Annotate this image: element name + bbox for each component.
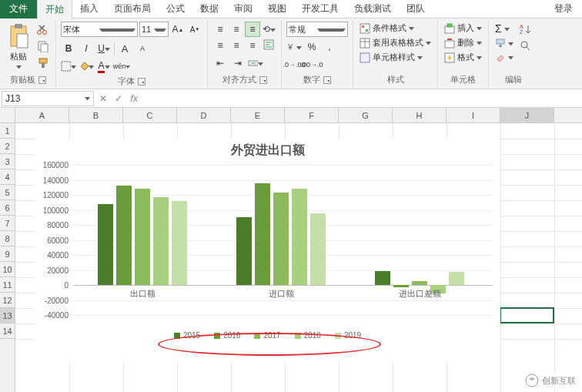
tab-load[interactable]: 负载测试 — [346, 0, 399, 18]
svg-rect-19 — [360, 53, 370, 62]
orientation-button[interactable]: ⟲ — [261, 22, 276, 37]
row-header-3[interactable]: 3 — [0, 154, 15, 169]
bold-button[interactable]: B — [61, 41, 76, 56]
decrease-font2-button[interactable]: A — [135, 41, 150, 56]
col-header-H[interactable]: H — [393, 108, 447, 122]
category-label: 进口额 — [269, 288, 294, 300]
row-header-9[interactable]: 9 — [0, 246, 15, 262]
comma-button[interactable]: , — [322, 39, 337, 55]
col-header-E[interactable]: E — [231, 108, 285, 122]
merge-button[interactable] — [248, 55, 263, 71]
row-header-4[interactable]: 4 — [0, 169, 15, 185]
indent-decrease[interactable]: ⇤ — [212, 55, 228, 71]
col-header-J[interactable]: J — [500, 108, 554, 122]
percent-button[interactable]: % — [304, 39, 319, 55]
expand-icon[interactable] — [259, 76, 267, 84]
col-header-B[interactable]: B — [69, 108, 123, 122]
align-bottom-right[interactable]: ≡ — [245, 38, 260, 53]
tab-layout[interactable]: 页面布局 — [106, 0, 159, 18]
tab-insert[interactable]: 插入 — [72, 0, 106, 18]
border-button[interactable] — [61, 59, 76, 74]
underline-button[interactable]: U — [96, 41, 112, 56]
expand-icon[interactable] — [38, 76, 46, 84]
name-box[interactable]: J13 — [2, 91, 94, 106]
tab-file[interactable]: 文件 — [0, 0, 37, 18]
format-cell-button[interactable]: 格式 — [443, 51, 483, 64]
row-header-11[interactable]: 11 — [0, 277, 15, 293]
y-tick: 60000 — [47, 236, 69, 244]
align-bottom-left[interactable]: ≡ — [212, 38, 228, 53]
decrease-decimal[interactable]: .00→.0 — [304, 57, 319, 72]
tab-view[interactable]: 视图 — [260, 0, 294, 18]
align-top-center[interactable]: ≡ — [229, 22, 244, 37]
cond-format-button[interactable]: 条件格式 — [358, 22, 433, 35]
align-bottom-center[interactable]: ≡ — [229, 38, 244, 53]
row-header-12[interactable]: 12 — [0, 293, 15, 308]
paste-button[interactable]: 粘贴 — [5, 22, 32, 71]
increase-font2-button[interactable]: A — [117, 41, 132, 56]
cut-button[interactable] — [35, 22, 51, 37]
fill-button[interactable] — [493, 37, 515, 49]
align-top-right[interactable]: ≡ — [245, 22, 260, 37]
sort-filter-button[interactable]: AZ — [518, 22, 534, 37]
tab-review[interactable]: 审阅 — [226, 0, 260, 18]
delete-cell-button[interactable]: 删除 — [443, 36, 483, 49]
fill-color-button[interactable] — [79, 59, 94, 74]
format-painter-button[interactable] — [35, 55, 51, 71]
col-header-D[interactable]: D — [177, 108, 231, 122]
row-header-13[interactable]: 13 — [0, 308, 15, 323]
row-header-1[interactable]: 1 — [0, 123, 15, 139]
y-tick: -40000 — [45, 311, 69, 320]
expand-icon[interactable] — [323, 76, 331, 84]
expand-icon[interactable] — [138, 78, 146, 85]
row-header-5[interactable]: 5 — [0, 185, 15, 200]
login-link[interactable]: 登录 — [545, 0, 582, 18]
chart[interactable]: 外贸进出口额-40000-200000200004000060000800001… — [35, 139, 500, 362]
row-header-7[interactable]: 7 — [0, 216, 15, 231]
tab-dev[interactable]: 开发工具 — [294, 0, 346, 18]
row-header-6[interactable]: 6 — [0, 200, 15, 216]
selected-cell[interactable] — [500, 307, 554, 323]
cells-area[interactable]: 外贸进出口额-40000-200000200004000060000800001… — [15, 123, 582, 392]
font-size-combo[interactable]: 11 — [139, 22, 169, 37]
insert-cell-button[interactable]: 插入 — [443, 22, 483, 35]
italic-button[interactable]: I — [79, 41, 94, 56]
cell-styles-button[interactable]: 单元格样式 — [358, 51, 433, 64]
row-header-10[interactable]: 10 — [0, 262, 15, 277]
select-all-corner[interactable] — [0, 108, 15, 123]
indent-increase[interactable]: ⇥ — [230, 55, 246, 71]
formula-input[interactable] — [142, 91, 582, 106]
accept-icon[interactable]: ✓ — [115, 93, 122, 104]
row-header-14[interactable]: 14 — [0, 323, 15, 339]
increase-font-button[interactable]: A▲ — [170, 22, 186, 37]
svg-rect-22 — [445, 41, 454, 48]
col-header-F[interactable]: F — [285, 108, 339, 122]
font-name-combo[interactable]: 宋体 — [61, 22, 138, 37]
decrease-font-button[interactable]: A▼ — [187, 22, 202, 37]
increase-decimal[interactable]: .0→.00 — [286, 57, 302, 72]
tab-formula[interactable]: 公式 — [159, 0, 192, 18]
clear-button[interactable] — [493, 51, 515, 63]
row-header-2[interactable]: 2 — [0, 139, 15, 154]
tab-home[interactable]: 开始 — [37, 0, 72, 19]
number-format-combo[interactable]: 常规 — [286, 22, 348, 37]
col-header-G[interactable]: G — [339, 108, 393, 122]
col-header-I[interactable]: I — [447, 108, 500, 122]
tab-team[interactable]: 团队 — [399, 0, 433, 18]
phonetic-button[interactable]: wén — [114, 59, 129, 74]
fx-icon[interactable]: fx — [131, 93, 138, 104]
col-header-C[interactable]: C — [123, 108, 177, 122]
y-tick: 40000 — [47, 251, 69, 260]
table-format-button[interactable]: 套用表格格式 — [358, 36, 433, 49]
autosum-button[interactable]: Σ — [493, 22, 515, 35]
tab-data[interactable]: 数据 — [192, 0, 226, 18]
font-color-button[interactable]: A — [96, 59, 112, 74]
align-top-left[interactable]: ≡ — [212, 22, 228, 37]
copy-button[interactable] — [35, 39, 51, 54]
currency-button[interactable]: ¥ — [286, 39, 302, 55]
find-button[interactable] — [518, 39, 534, 54]
col-header-A[interactable]: A — [15, 108, 69, 122]
wrap-button[interactable] — [261, 37, 276, 52]
row-header-8[interactable]: 8 — [0, 231, 15, 246]
cancel-icon[interactable]: ✕ — [99, 93, 107, 104]
